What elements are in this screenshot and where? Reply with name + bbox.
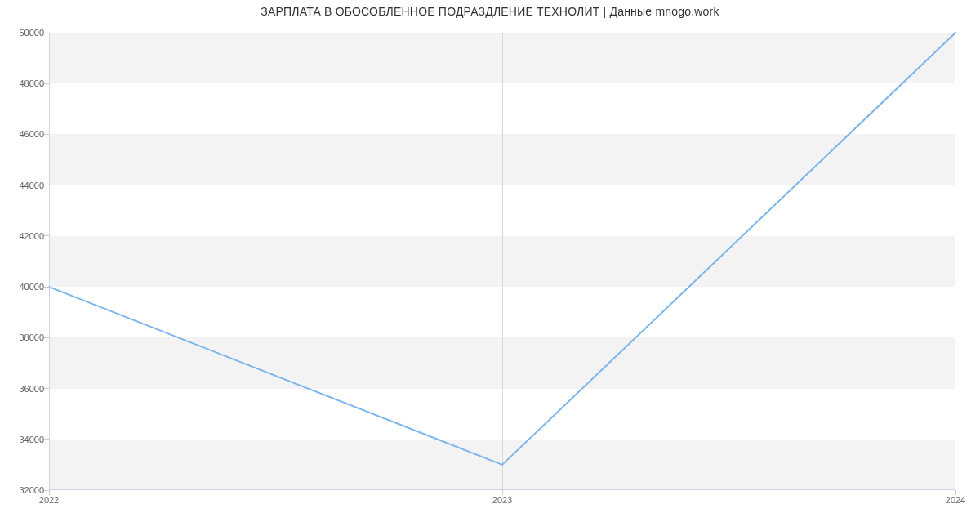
y-tick xyxy=(44,388,49,389)
y-axis-label: 42000 xyxy=(15,231,44,241)
y-tick xyxy=(44,337,49,338)
x-axis-label: 2024 xyxy=(946,495,965,505)
y-tick xyxy=(44,287,49,288)
chart-title: ЗАРПЛАТА В ОБОСОБЛЕННОЕ ПОДРАЗДЛЕНИЕ ТЕХ… xyxy=(0,5,980,18)
y-axis-label: 48000 xyxy=(15,78,44,88)
y-tick xyxy=(44,134,49,135)
y-axis-label: 34000 xyxy=(15,435,44,444)
y-axis-label: 36000 xyxy=(15,384,44,394)
line-series xyxy=(49,33,956,490)
chart-container: ЗАРПЛАТА В ОБОСОБЛЕННОЕ ПОДРАЗДЛЕНИЕ ТЕХ… xyxy=(0,0,980,531)
y-axis-label: 32000 xyxy=(15,485,44,495)
y-tick xyxy=(44,439,49,440)
plot-area xyxy=(49,33,956,490)
y-tick xyxy=(44,33,49,33)
y-axis-label: 38000 xyxy=(15,332,44,342)
y-axis-label: 40000 xyxy=(15,282,44,292)
y-tick xyxy=(44,185,49,185)
y-axis-label: 46000 xyxy=(15,129,44,139)
y-axis-label: 50000 xyxy=(15,28,44,38)
x-axis-label: 2023 xyxy=(492,495,512,505)
x-axis-label: 2022 xyxy=(39,495,59,505)
y-axis-line xyxy=(49,33,50,490)
y-tick xyxy=(44,235,49,236)
y-tick xyxy=(44,83,49,84)
y-axis-label: 44000 xyxy=(15,181,44,190)
